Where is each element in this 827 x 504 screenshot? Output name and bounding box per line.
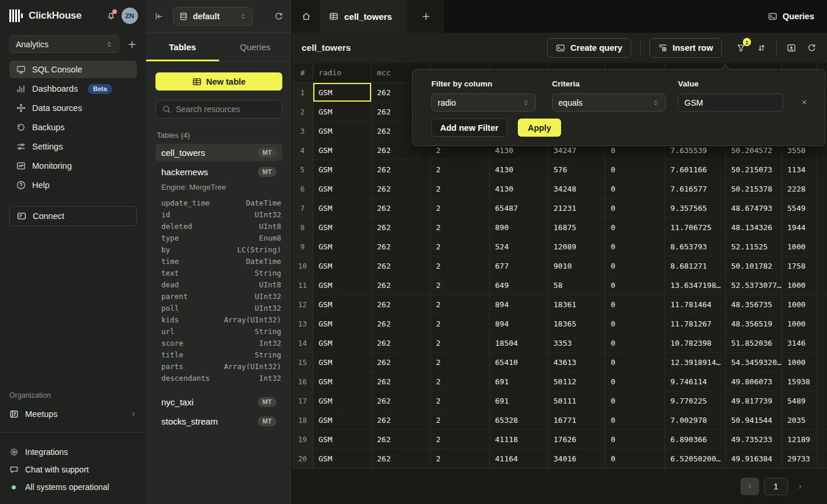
table-cell[interactable]: 691 [490, 372, 548, 391]
tab-tables[interactable]: Tables [146, 33, 219, 61]
connect-button[interactable]: Connect [9, 206, 137, 226]
table-cell[interactable]: 0 [605, 430, 665, 449]
refresh-database-icon[interactable] [274, 12, 283, 21]
table-cell[interactable]: GSM [313, 121, 372, 140]
table-cell[interactable]: 262 [372, 179, 431, 198]
table-cell[interactable]: 2 [431, 199, 490, 217]
table-cell[interactable]: 9010 [548, 256, 605, 275]
table-cell[interactable]: 65410 [490, 353, 548, 371]
table-cell[interactable]: 0 [605, 391, 665, 410]
table-cell[interactable]: 262 [372, 449, 431, 468]
table-cell[interactable]: 2 [431, 256, 490, 275]
sidebar-item-help[interactable]: Help [9, 176, 137, 194]
table-cell[interactable]: 262 [372, 353, 431, 371]
sidebar-item-settings[interactable]: Settings [9, 138, 137, 155]
table-cell[interactable]: GSM [313, 179, 372, 198]
table-cell[interactable]: 691 [490, 391, 548, 410]
table-cell[interactable]: 11.781464 [665, 295, 726, 314]
table-cell[interactable]: 4130 [490, 179, 548, 198]
table-cell[interactable]: 1000 [782, 353, 817, 371]
new-tab-button[interactable] [407, 0, 444, 33]
sidebar-item-data-sources[interactable]: Data sources [9, 99, 137, 117]
table-cell[interactable]: 8.653793 [665, 237, 726, 256]
table-cell[interactable]: 34248 [548, 179, 605, 198]
table-cell[interactable]: 262 [372, 160, 431, 179]
create-query-button[interactable]: Create query [547, 38, 631, 58]
table-cell[interactable]: 677 [490, 256, 548, 275]
notifications-bell-icon[interactable] [106, 11, 116, 20]
table-cell[interactable]: GSM [313, 160, 372, 179]
table-cell[interactable]: 2 [431, 411, 490, 429]
tab-queries[interactable]: Queries [219, 33, 292, 61]
filter-criteria-select[interactable]: equals [552, 93, 666, 112]
table-cell[interactable]: 894 [490, 314, 548, 333]
search-resources[interactable] [155, 100, 282, 119]
table-cell[interactable]: GSM [313, 314, 372, 333]
table-cell[interactable]: 2 [431, 449, 490, 468]
filter-value-input[interactable] [678, 93, 783, 112]
table-cell[interactable]: 6.52050200… [665, 449, 726, 468]
table-cell[interactable]: 2 [431, 314, 490, 333]
table-cell[interactable]: 2 [431, 237, 490, 256]
table-cell[interactable]: 262 [372, 256, 431, 275]
table-cell[interactable]: GSM [313, 353, 372, 371]
table-cell[interactable]: 21231 [548, 199, 605, 217]
table-cell[interactable]: 48.134326 [726, 218, 782, 237]
sidebar-item-sql-console[interactable]: SQL Console [9, 61, 137, 78]
table-cell[interactable]: 0 [605, 256, 665, 275]
column-header-radio[interactable]: radio [313, 63, 372, 82]
table-cell[interactable]: 7.601166 [665, 160, 726, 179]
table-cell[interactable]: GSM [313, 199, 372, 217]
table-cell[interactable]: 0 [605, 353, 665, 371]
table-cell[interactable]: 16875 [548, 218, 605, 237]
table-cell[interactable]: GSM [313, 102, 372, 121]
table-cell[interactable]: 43613 [548, 353, 605, 371]
new-table-button[interactable]: New table [155, 72, 282, 91]
table-cell[interactable]: 576 [548, 160, 605, 179]
avatar[interactable]: ZN [122, 8, 138, 24]
table-cell[interactable]: 0 [605, 372, 665, 391]
close-filter-icon[interactable] [801, 99, 808, 106]
table-cell[interactable]: 5489 [782, 391, 817, 410]
filter-button[interactable]: 1 [735, 42, 747, 54]
table-cell[interactable]: 6.890366 [665, 430, 726, 449]
table-list-item-stocks-stream[interactable]: stocks_streamMT [155, 412, 282, 430]
previous-page-button[interactable] [741, 478, 759, 495]
table-cell[interactable]: 50.215073 [726, 160, 782, 179]
table-cell[interactable]: 15938 [782, 372, 817, 391]
table-cell[interactable]: 890 [490, 218, 548, 237]
table-cell[interactable]: 0 [605, 179, 665, 198]
table-cell[interactable]: 18361 [548, 295, 605, 314]
table-cell[interactable]: 262 [372, 199, 431, 217]
table-cell[interactable]: 262 [372, 411, 431, 429]
table-cell[interactable]: GSM [313, 218, 372, 237]
table-cell[interactable]: 3146 [782, 333, 817, 352]
download-button[interactable] [786, 42, 797, 54]
table-cell[interactable]: 52.5373077… [726, 276, 782, 294]
table-cell[interactable]: 12189 [782, 430, 817, 449]
table-list-item-nyc-taxi[interactable]: nyc_taxiMT [155, 393, 282, 411]
search-input[interactable] [176, 105, 276, 114]
table-cell[interactable]: 48.356519 [726, 314, 782, 333]
table-cell[interactable]: GSM [313, 237, 372, 256]
workspace-select[interactable]: Analytics [9, 35, 119, 53]
table-cell[interactable]: GSM [313, 411, 372, 429]
table-cell[interactable]: 7.002978 [665, 411, 726, 429]
table-cell[interactable]: 49.916384 [726, 449, 782, 468]
table-cell[interactable]: GSM [313, 333, 372, 352]
table-cell[interactable]: 1000 [782, 314, 817, 333]
table-cell[interactable]: 1134 [782, 160, 817, 179]
table-cell[interactable]: 649 [490, 276, 548, 294]
table-cell[interactable]: 7.616577 [665, 179, 726, 198]
table-cell[interactable]: 0 [605, 218, 665, 237]
table-cell[interactable]: 2 [431, 218, 490, 237]
table-cell[interactable]: 49.806073 [726, 372, 782, 391]
refresh-table-button[interactable] [806, 42, 818, 54]
table-cell[interactable]: 2 [431, 276, 490, 294]
table-cell[interactable]: 52.11525 [726, 237, 782, 256]
table-list-item-hackernews[interactable]: hackernewsMT [155, 163, 282, 180]
table-cell[interactable]: 3353 [548, 333, 605, 352]
table-cell[interactable]: 49.735233 [726, 430, 782, 449]
table-cell[interactable]: 2 [431, 391, 490, 410]
page-number[interactable]: 1 [764, 478, 788, 495]
